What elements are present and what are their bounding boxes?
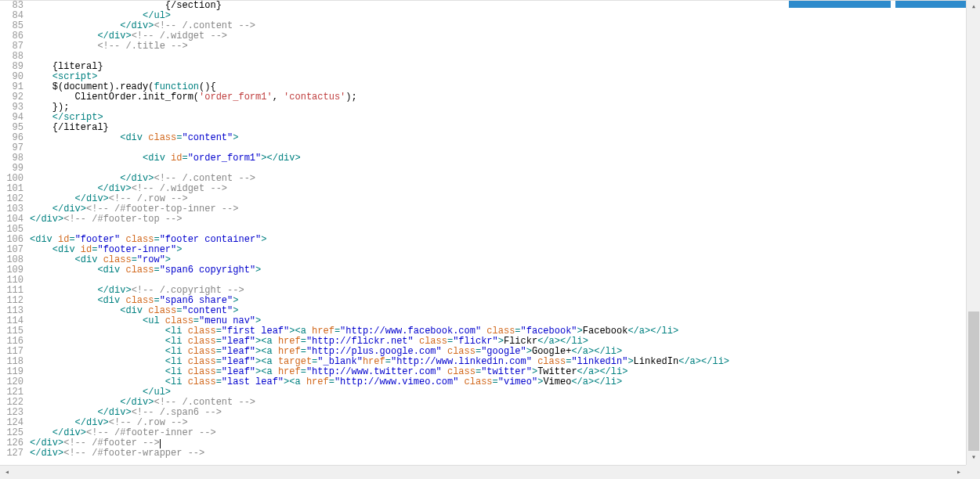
- scroll-up-icon[interactable]: ▴: [967, 0, 980, 14]
- code-line[interactable]: ClientOrder.init_form('order_form1', 'co…: [30, 92, 966, 103]
- code-line[interactable]: <div id="order_form1"></div>: [30, 153, 966, 164]
- code-line[interactable]: <div class="content">: [30, 133, 966, 143]
- line-number: 127: [0, 448, 24, 459]
- horizontal-scrollbar[interactable]: ◂ ▸: [0, 465, 966, 479]
- code-line[interactable]: [30, 52, 966, 62]
- vertical-scrollbar[interactable]: ▴ ▾: [966, 0, 980, 465]
- code-line[interactable]: <!-- /.title -->: [30, 41, 966, 52]
- code-editor[interactable]: 8384858687888990919293949596979899100101…: [0, 0, 966, 465]
- scroll-left-icon[interactable]: ◂: [0, 466, 14, 479]
- code-line[interactable]: <div class="span6 copyright">: [30, 265, 966, 276]
- scroll-right-icon[interactable]: ▸: [952, 466, 966, 479]
- code-line[interactable]: });: [30, 103, 966, 113]
- scrollbar-corner: [966, 465, 980, 479]
- code-line[interactable]: </div><!-- /#footer-wrapper -->: [30, 448, 966, 459]
- scroll-down-icon[interactable]: ▾: [967, 451, 980, 465]
- code-content[interactable]: {/section} </ul> </div><!-- /.content --…: [28, 1, 966, 465]
- code-line[interactable]: {literal}: [30, 62, 966, 72]
- code-line[interactable]: </div><!-- /#footer-inner -->: [30, 428, 966, 438]
- vscroll-track[interactable]: [967, 14, 980, 451]
- line-number-gutter: 8384858687888990919293949596979899100101…: [0, 1, 28, 465]
- code-line[interactable]: </div><!-- /#footer-top -->: [30, 214, 966, 225]
- vscroll-thumb[interactable]: [968, 312, 979, 452]
- code-line[interactable]: </script>: [30, 113, 966, 123]
